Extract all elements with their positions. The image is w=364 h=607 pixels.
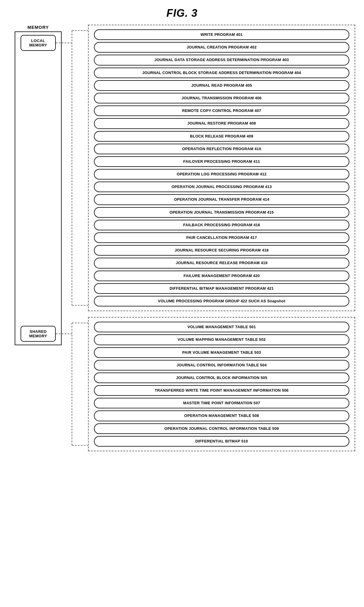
program-item-413: OPERATION JOURNAL PROCESSING PROGRAM 413 <box>94 182 349 192</box>
program-item-415: OPERATION JOURNAL TRANSMISSION PROGRAM 4… <box>94 207 349 218</box>
table-item-510: DIFFERENTIAL BITMAP 510 <box>94 436 349 447</box>
program-item-406: JOURNAL TRANSMISSION PROGRAM 406 <box>94 93 349 103</box>
program-item-420: FAILURE MANAGEMENT PROGRAM 420 <box>94 271 349 281</box>
memory-label: MEMORY <box>28 25 49 30</box>
program-item-412: OPERATION LOG PROCESSING PROGRAM 412 <box>94 169 349 180</box>
local-memory-box: LOCAL MEMORY <box>21 35 56 51</box>
page-title: FIG. 3 <box>0 0 364 25</box>
program-item-421: DIFFERENTIAL BITMAP MANAGEMENT PROGRAM 4… <box>94 283 349 294</box>
program-item-409: BLOCK RELEASE PROGRAM 409 <box>94 131 349 142</box>
table-item-507: MASTER TIME POINT INFORMATION 507 <box>94 398 349 408</box>
table-item-504: JOURNAL CONTROL INFORMATION TABLE 504 <box>94 360 349 370</box>
program-item-401: WRITE PROGRAM 401 <box>94 29 349 40</box>
program-item-417: PAIR CANCELLATION PROGRAM 417 <box>94 232 349 243</box>
program-item-411: FAILOVER PROCESSING PROGRAM 411 <box>94 156 349 167</box>
program-item-410: OPERATION REFLECTION PROGRAM 410 <box>94 144 349 154</box>
table-item-508: OPERATION MANAGEMENT TABLE 508 <box>94 410 349 421</box>
program-item-402: JOURNAL CREATION PROGRAM 402 <box>94 42 349 53</box>
program-item-407: REMOTE COPY CONTROL PROGRAM 407 <box>94 105 349 116</box>
table-item-506: TRANSFERRED WRITE TIME POINT MANAGEMENT … <box>94 385 349 396</box>
program-item-403: JOURNAL DATA STORAGE ADDRESS DETERMINATI… <box>94 55 349 65</box>
program-item-408: JOURNAL RESTORE PROGRAM 408 <box>94 118 349 129</box>
program-item-404: JOURNAL CONTROL BLOCK STORAGE ADDRESS DE… <box>94 68 349 78</box>
program-item-419: JOURNAL RESOURCE RELEASE PROGRAM 419 <box>94 258 349 268</box>
shared-memory-box: SHARED MEMORY <box>21 326 56 342</box>
program-item-418: JOURNAL RESOURCE SECURING PROGRAM 418 <box>94 245 349 256</box>
table-item-505: JOURNAL CONTROL BLOCK INFORMATION 505 <box>94 373 349 383</box>
shared-tables-section: VOLUME MANAGEMENT TABLE 501VOLUME MAPPIN… <box>88 317 355 451</box>
program-item-414: OPERATION JOURNAL TRANSFER PROGRAM 414 <box>94 194 349 205</box>
program-item-416: FAILBACK PROCESSING PROGRAM 416 <box>94 220 349 230</box>
program-item-405: JOURNAL READ PROGRAM 405 <box>94 80 349 91</box>
table-item-509: OPERATION JOURNAL CONTROL INFORMATION TA… <box>94 423 349 434</box>
local-programs-section: WRITE PROGRAM 401JOURNAL CREATION PROGRA… <box>88 25 355 311</box>
program-item-422: VOLUME PROCESSING PROGRAM GROUP 422 SUCH… <box>94 296 349 306</box>
table-item-501: VOLUME MANAGEMENT TABLE 501 <box>94 322 349 332</box>
table-item-503: PAIR VOLUME MANAGEMENT TABLE 503 <box>94 347 349 358</box>
table-item-502: VOLUME MAPPING MANAGEMENT TABLE 502 <box>94 334 349 345</box>
